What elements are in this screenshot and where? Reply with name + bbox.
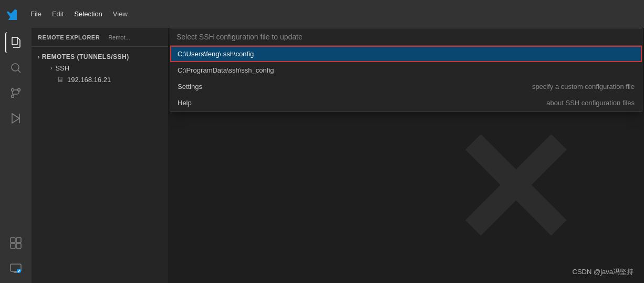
activity-icon-search[interactable] xyxy=(5,57,26,78)
content-area: ✕ CSDN @java冯坚持 C:\Users\feng\.ssh\confi… xyxy=(168,28,644,283)
menu-view[interactable]: View xyxy=(109,8,132,20)
monitor-icon: 🖥 xyxy=(57,75,64,84)
sidebar-tree: › REMOTES (TUNNELS/SSH) › SSH 🖥 192.168.… xyxy=(32,47,168,89)
watermark-x-icon: ✕ xyxy=(447,112,579,270)
quickpick-input[interactable] xyxy=(176,33,636,41)
svg-point-4 xyxy=(12,95,14,98)
sidebar: REMOTE EXPLORER Remot... › REMOTES (TUNN… xyxy=(32,28,168,283)
quickpick-item-1[interactable]: C:\ProgramData\ssh\ssh_config xyxy=(170,62,642,78)
vscode-logo xyxy=(6,8,18,20)
quickpick-item-label-0: C:\Users\feng\.ssh\config xyxy=(178,50,635,58)
tree-remotes-section[interactable]: › REMOTES (TUNNELS/SSH) xyxy=(32,51,168,63)
ssh-chevron-icon: › xyxy=(50,65,52,71)
quickpick-item-label-1: C:\ProgramData\ssh\ssh_config xyxy=(178,66,635,74)
menu-edit[interactable]: Edit xyxy=(48,8,68,20)
quickpick-container: C:\Users\feng\.ssh\configC:\ProgramData\… xyxy=(170,28,642,112)
activity-bar-bottom xyxy=(5,233,26,279)
remote-explorer-title: REMOTE EXPLORER xyxy=(38,34,100,41)
svg-point-2 xyxy=(12,89,14,92)
ssh-label: SSH xyxy=(55,64,69,72)
quickpick-item-label-2: Settings xyxy=(178,83,524,90)
svg-rect-0 xyxy=(12,37,17,45)
svg-rect-9 xyxy=(11,244,15,248)
quickpick-item-desc-3: about SSH configuration files xyxy=(546,99,635,107)
menu-selection[interactable]: Selection xyxy=(70,8,106,20)
svg-point-1 xyxy=(12,64,19,71)
quickpick-item-2[interactable]: Settingsspecify a custom configuration f… xyxy=(170,78,642,95)
activity-icon-extensions[interactable] xyxy=(5,233,26,254)
sidebar-tab[interactable]: Remot... xyxy=(104,34,134,41)
svg-marker-5 xyxy=(12,114,19,123)
activity-bar xyxy=(0,28,32,283)
activity-icon-source-control[interactable] xyxy=(5,83,26,104)
menu-file[interactable]: File xyxy=(26,8,46,20)
activity-icon-run[interactable] xyxy=(5,108,26,129)
quickpick-item-3[interactable]: Helpabout SSH configuration files xyxy=(170,95,642,111)
watermark: ✕ xyxy=(381,99,644,283)
quickpick-overlay: C:\Users\feng\.ssh\configC:\ProgramData\… xyxy=(168,28,644,112)
svg-rect-8 xyxy=(16,238,21,242)
csdn-watermark: CSDN @java冯坚持 xyxy=(573,267,634,277)
quickpick-item-label-3: Help xyxy=(178,99,538,107)
svg-rect-10 xyxy=(16,244,21,248)
quickpick-items-list: C:\Users\feng\.ssh\configC:\ProgramData\… xyxy=(170,46,642,111)
remotes-section-label: REMOTES (TUNNELS/SSH) xyxy=(42,53,129,60)
quickpick-item-desc-2: specify a custom configuration file xyxy=(532,83,635,90)
activity-icon-remote[interactable] xyxy=(5,258,26,279)
main-area: REMOTE EXPLORER Remot... › REMOTES (TUNN… xyxy=(0,28,644,283)
tree-host-item[interactable]: 🖥 192.168.16.21 xyxy=(32,74,168,85)
activity-icon-files[interactable] xyxy=(5,32,26,53)
menu-bar: File Edit Selection View xyxy=(26,8,132,20)
chevron-icon: › xyxy=(38,54,40,60)
svg-rect-7 xyxy=(11,238,15,242)
sidebar-header: REMOTE EXPLORER Remot... xyxy=(32,28,168,47)
tree-ssh-item[interactable]: › SSH xyxy=(32,63,168,74)
quickpick-input-row xyxy=(170,28,642,46)
quickpick-item-0[interactable]: C:\Users\feng\.ssh\config xyxy=(170,46,642,62)
host-label: 192.168.16.21 xyxy=(67,76,111,84)
title-bar: File Edit Selection View xyxy=(0,0,644,28)
